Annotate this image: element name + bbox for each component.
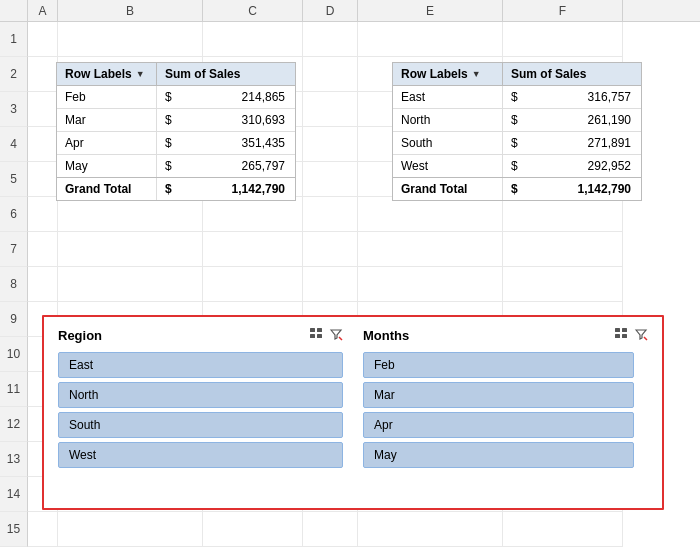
row-7: 7 <box>0 232 700 267</box>
pivot-table-months: Row Labels ▼ Sum of Sales Feb $ 214,865 … <box>56 62 296 201</box>
col-header-d: D <box>303 0 358 21</box>
svg-rect-8 <box>622 334 627 338</box>
spreadsheet: A B C D E F 1 2 3 <box>0 0 700 554</box>
col-header-f: F <box>503 0 623 21</box>
pivot-right-header-value: Sum of Sales <box>503 63 641 85</box>
slicer-panel: Region <box>42 315 664 510</box>
pivot-right-grand-total-label: Grand Total <box>393 178 503 200</box>
pivot-left-rows: Feb $ 214,865 Mar $ 310,693 Apr $ 351,43… <box>57 86 295 177</box>
col-header-c: C <box>203 0 303 21</box>
pivot-right-header-label[interactable]: Row Labels ▼ <box>393 63 503 85</box>
pivot-right-row-0: East $ 316,757 <box>393 86 641 109</box>
row-8: 8 <box>0 267 700 302</box>
months-filter-clear-icon[interactable] <box>634 327 648 344</box>
pivot-left-grand-total-value: $ 1,142,790 <box>157 178 293 200</box>
slicer-region-items: EastNorthSouthWest <box>58 352 343 498</box>
slicer-region-item-1[interactable]: North <box>58 382 343 408</box>
svg-line-4 <box>339 337 342 340</box>
svg-rect-2 <box>310 334 315 338</box>
slicer-months: Months <box>363 327 648 498</box>
pivot-left-header-label-text: Row Labels <box>65 67 132 81</box>
svg-rect-7 <box>615 334 620 338</box>
pivot-left-row-1: Mar $ 310,693 <box>57 109 295 132</box>
pivot-right-cell-value-1: $ 261,190 <box>503 109 639 131</box>
row-6: 6 <box>0 197 700 232</box>
slicer-months-item-1[interactable]: Mar <box>363 382 634 408</box>
pivot-right-header-row: Row Labels ▼ Sum of Sales <box>393 63 641 86</box>
pivot-right-grand-total-value: $ 1,142,790 <box>503 178 639 200</box>
pivot-left-header-value: Sum of Sales <box>157 63 295 85</box>
region-filter-clear-icon[interactable] <box>329 327 343 344</box>
col-header-b: B <box>58 0 203 21</box>
corner-cell <box>0 0 28 21</box>
pivot-right-header-value-text: Sum of Sales <box>511 67 586 81</box>
pivot-right-cell-value-3: $ 292,952 <box>503 155 639 177</box>
pivot-left-cell-label-1: Mar <box>57 109 157 131</box>
pivot-left-cell-label-2: Apr <box>57 132 157 154</box>
col-header-a: A <box>28 0 58 21</box>
slicer-months-item-0[interactable]: Feb <box>363 352 634 378</box>
pivot-right-dropdown-icon[interactable]: ▼ <box>472 69 481 79</box>
svg-line-9 <box>644 337 647 340</box>
pivot-left-cell-label-0: Feb <box>57 86 157 108</box>
svg-rect-5 <box>615 328 620 332</box>
pivot-right-cell-value-0: $ 316,757 <box>503 86 639 108</box>
slicer-months-header: Months <box>363 327 648 344</box>
svg-rect-1 <box>317 328 322 332</box>
slicer-months-item-2[interactable]: Apr <box>363 412 634 438</box>
svg-rect-0 <box>310 328 315 332</box>
pivot-left-header-row: Row Labels ▼ Sum of Sales <box>57 63 295 86</box>
pivot-left-row-2: Apr $ 351,435 <box>57 132 295 155</box>
pivot-table-regions: Row Labels ▼ Sum of Sales East $ 316,757… <box>392 62 642 201</box>
slicer-region-header: Region <box>58 327 343 344</box>
pivot-left-header-label[interactable]: Row Labels ▼ <box>57 63 157 85</box>
slicer-months-title: Months <box>363 328 409 343</box>
slicer-region-icons <box>309 327 343 344</box>
months-multiselect-icon[interactable] <box>614 327 628 344</box>
row-15: 15 <box>0 512 700 547</box>
slicer-region: Region <box>58 327 343 498</box>
pivot-right-cell-label-1: North <box>393 109 503 131</box>
pivot-left-grand-total-row: Grand Total $ 1,142,790 <box>57 177 295 200</box>
pivot-left-cell-value-1: $ 310,693 <box>157 109 293 131</box>
region-multiselect-icon[interactable] <box>309 327 323 344</box>
slicer-months-icons <box>614 327 648 344</box>
pivot-left-cell-value-3: $ 265,797 <box>157 155 293 177</box>
row-1: 1 <box>0 22 700 57</box>
slicer-months-item-3[interactable]: May <box>363 442 634 468</box>
pivot-right-cell-label-0: East <box>393 86 503 108</box>
slicer-region-title: Region <box>58 328 102 343</box>
pivot-left-cell-value-0: $ 214,865 <box>157 86 293 108</box>
pivot-right-row-2: South $ 271,891 <box>393 132 641 155</box>
svg-rect-6 <box>622 328 627 332</box>
pivot-right-row-1: North $ 261,190 <box>393 109 641 132</box>
pivot-left-grand-total-label: Grand Total <box>57 178 157 200</box>
pivot-left-dropdown-icon[interactable]: ▼ <box>136 69 145 79</box>
pivot-left-cell-value-2: $ 351,435 <box>157 132 293 154</box>
pivot-right-cell-value-2: $ 271,891 <box>503 132 639 154</box>
pivot-left-row-0: Feb $ 214,865 <box>57 86 295 109</box>
pivot-left-row-3: May $ 265,797 <box>57 155 295 177</box>
pivot-right-cell-label-2: South <box>393 132 503 154</box>
slicer-region-item-0[interactable]: East <box>58 352 343 378</box>
pivot-left-header-value-text: Sum of Sales <box>165 67 240 81</box>
pivot-right-grand-total-row: Grand Total $ 1,142,790 <box>393 177 641 200</box>
pivot-left-cell-label-3: May <box>57 155 157 177</box>
slicer-months-items: FebMarAprMay ▲ ▼ <box>363 352 648 498</box>
slicer-region-item-2[interactable]: South <box>58 412 343 438</box>
col-header-e: E <box>358 0 503 21</box>
column-headers: A B C D E F <box>0 0 700 22</box>
pivot-right-rows: East $ 316,757 North $ 261,190 South $ 2… <box>393 86 641 177</box>
pivot-right-header-label-text: Row Labels <box>401 67 468 81</box>
pivot-right-row-3: West $ 292,952 <box>393 155 641 177</box>
pivot-right-cell-label-3: West <box>393 155 503 177</box>
slicer-region-item-3[interactable]: West <box>58 442 343 468</box>
svg-rect-3 <box>317 334 322 338</box>
